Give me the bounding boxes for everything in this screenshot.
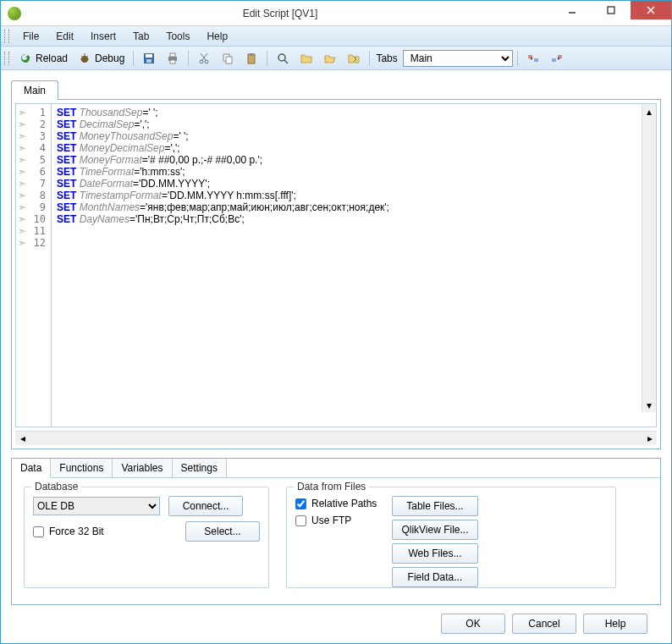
window-titlebar: Edit Script [QV1]: [1, 1, 671, 26]
select-button[interactable]: Select...: [185, 521, 260, 542]
print-icon: [166, 52, 179, 65]
window-title: Edit Script [QV1]: [8, 8, 553, 19]
vertical-scrollbar[interactable]: ▴ ▾: [642, 104, 656, 412]
relative-paths-label: Relative Paths: [311, 498, 377, 509]
search-icon: [276, 52, 289, 65]
use-ftp-checkbox[interactable]: Use FTP: [295, 515, 377, 526]
cut-icon: [197, 52, 211, 65]
field-data-button[interactable]: Field Data...: [392, 567, 477, 587]
cancel-button[interactable]: Cancel: [512, 614, 576, 634]
tab-move-left-button[interactable]: [522, 49, 544, 68]
connect-button[interactable]: Connect...: [168, 496, 243, 516]
svg-rect-22: [250, 53, 253, 56]
open-folder-alt-button[interactable]: [319, 49, 341, 68]
menu-tab[interactable]: Tab: [124, 28, 157, 45]
search-button[interactable]: [272, 49, 294, 68]
toolbar-separator: [517, 51, 518, 66]
help-button[interactable]: Help: [583, 614, 647, 634]
horizontal-scrollbar[interactable]: ◂ ▸: [15, 431, 657, 445]
paste-button[interactable]: [240, 49, 262, 68]
menu-file[interactable]: File: [14, 28, 47, 45]
ok-button[interactable]: OK: [441, 614, 505, 634]
toolbar-separator: [267, 51, 267, 66]
copy-icon: [221, 52, 234, 65]
scroll-right-icon[interactable]: ▸: [642, 432, 657, 445]
tab-settings[interactable]: Settings: [173, 459, 227, 477]
svg-point-23: [278, 54, 285, 61]
folder-icon: [300, 52, 313, 65]
paste-icon: [245, 52, 258, 65]
toolbar: Reload Debug Tabs Main: [1, 47, 671, 70]
toolbar-separator: [369, 51, 370, 66]
bottom-panel: Data Functions Variables Settings Databa…: [11, 458, 661, 605]
minimize-button[interactable]: [553, 1, 592, 19]
open-folder-button[interactable]: [295, 49, 317, 68]
dialog-actions: OK Cancel Help: [11, 605, 661, 634]
move-left-icon: [526, 52, 540, 65]
menubar-grip-icon: [4, 30, 9, 43]
editor-panel: ➣1➣2➣3➣4➣5➣6➣7➣8➣9➣10➣11➣12 SET Thousand…: [11, 99, 661, 449]
svg-rect-20: [226, 57, 232, 63]
svg-line-8: [86, 56, 88, 58]
svg-rect-11: [146, 59, 151, 63]
database-driver-select[interactable]: OLE DB: [33, 497, 160, 515]
menu-tools[interactable]: Tools: [157, 28, 198, 45]
debug-button[interactable]: Debug: [74, 49, 129, 68]
reload-label: Reload: [36, 52, 68, 64]
export-button[interactable]: [343, 49, 365, 68]
toolbar-separator: [133, 51, 134, 66]
reload-icon: [19, 52, 32, 65]
svg-rect-13: [170, 53, 175, 57]
tab-functions[interactable]: Functions: [51, 459, 113, 477]
database-fieldset: Database OLE DB Connect... Force 32 Bit …: [24, 487, 269, 588]
force-32bit-checkbox[interactable]: Force 32 Bit: [33, 526, 104, 537]
tab-variables[interactable]: Variables: [113, 459, 172, 477]
editor-tab-main[interactable]: Main: [11, 80, 58, 100]
save-icon: [142, 52, 156, 65]
toolbar-separator: [188, 51, 189, 66]
svg-rect-27: [552, 58, 556, 62]
print-button[interactable]: [162, 49, 184, 68]
database-legend: Database: [31, 481, 81, 493]
scroll-down-icon[interactable]: ▾: [642, 398, 656, 412]
svg-rect-10: [146, 54, 152, 58]
force-32bit-label: Force 32 Bit: [49, 526, 104, 537]
folder-open-icon: [323, 52, 337, 65]
move-right-icon: [550, 52, 564, 65]
svg-line-24: [284, 60, 288, 63]
cut-button[interactable]: [193, 49, 215, 68]
tab-move-right-button[interactable]: [546, 49, 568, 68]
web-files-button[interactable]: Web Files...: [392, 543, 477, 564]
reload-button[interactable]: Reload: [14, 49, 72, 68]
svg-rect-26: [534, 58, 538, 62]
scroll-up-icon[interactable]: ▴: [642, 104, 656, 118]
bug-icon: [78, 52, 91, 65]
save-button[interactable]: [138, 49, 160, 68]
toolbar-grip-icon: [4, 52, 9, 65]
svg-rect-14: [170, 60, 175, 63]
code-editor[interactable]: SET ThousandSep=' ';SET DecimalSep=',';S…: [52, 104, 656, 427]
menu-help[interactable]: Help: [198, 28, 236, 45]
files-fieldset: Data from Files Relative Paths Use FTP T…: [286, 487, 616, 588]
scroll-left-icon[interactable]: ◂: [15, 432, 30, 445]
debug-label: Debug: [95, 52, 124, 64]
svg-line-7: [81, 56, 83, 58]
close-button[interactable]: [631, 1, 671, 19]
tabs-select[interactable]: Main: [403, 50, 513, 67]
copy-button[interactable]: [217, 49, 239, 68]
use-ftp-label: Use FTP: [311, 515, 351, 526]
folder-arrow-icon: [347, 52, 361, 65]
maximize-button[interactable]: [592, 1, 631, 19]
menu-insert[interactable]: Insert: [82, 28, 124, 45]
files-legend: Data from Files: [294, 481, 369, 493]
tab-data[interactable]: Data: [12, 459, 51, 478]
editor-gutter: ➣1➣2➣3➣4➣5➣6➣7➣8➣9➣10➣11➣12: [16, 104, 52, 427]
qlikview-file-button[interactable]: QlikView File...: [392, 520, 477, 540]
menu-edit[interactable]: Edit: [47, 28, 82, 45]
svg-rect-1: [608, 7, 614, 14]
relative-paths-checkbox[interactable]: Relative Paths: [295, 498, 377, 509]
menu-bar: File Edit Insert Tab Tools Help: [1, 26, 671, 47]
table-files-button[interactable]: Table Files...: [392, 496, 477, 516]
tabs-label: Tabs: [376, 52, 397, 64]
